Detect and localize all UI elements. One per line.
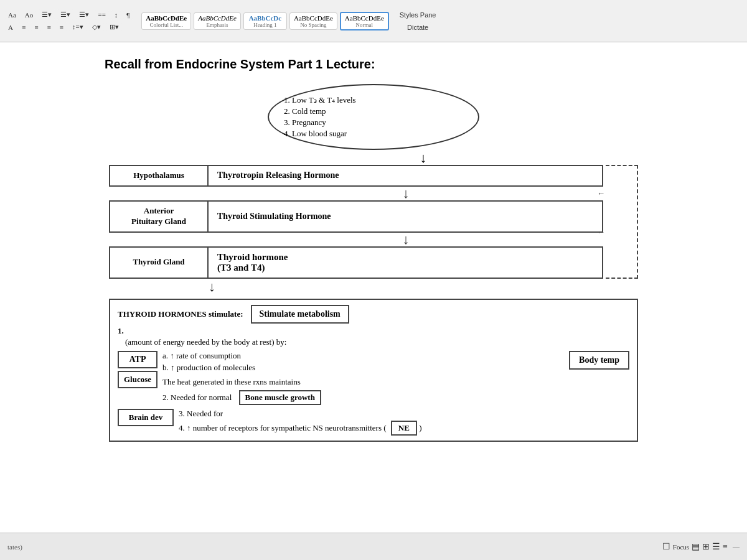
arrow-down-4: ↓: [209, 280, 215, 294]
point1: 1.: [118, 326, 629, 336]
atp-inner: ATP Glucose a. ↑ rate of consumption b. …: [118, 351, 558, 405]
stimulate-box: Stimulate metabolism: [251, 305, 349, 324]
style-label-2: AaBbCcDdEe: [198, 14, 237, 22]
style-sublabel-1: Colorful List...: [146, 22, 187, 28]
thyroid-label: Thyroid Gland: [109, 246, 209, 279]
arrow-4-wrapper: ↓: [209, 280, 638, 294]
lower-top-row: THYROID HORMONES stimulate: Stimulate me…: [118, 305, 629, 324]
atp-row: ATP Glucose a. ↑ rate of consumption b. …: [118, 351, 629, 405]
sort-icon[interactable]: ↕: [111, 10, 121, 20]
doc-area: Recall from Endocrine System Part 1 Lect…: [0, 42, 747, 533]
taskbar-icon-1: ▤: [692, 541, 700, 552]
style-label-1: AaBbCcDdEe: [146, 14, 187, 22]
arrow-2-wrapper: ↓: [209, 187, 603, 200]
focus-checkbox-icon[interactable]: ☐: [662, 541, 670, 552]
toolbar-row-2: A ≡ ≡ ≡ ≡ ↕≡▾ ◇▾ ⊞▾: [5, 22, 133, 32]
atp-lines-col: a. ↑ rate of consumption b. ↑ production…: [162, 351, 558, 405]
bodytemp-col: Body temp: [569, 351, 629, 370]
row-thyroid: Thyroid Gland Thyroid hormone (T3 and T4…: [109, 246, 603, 279]
brain-row: Brain dev 3. Needed for 4. ↑ number of r…: [118, 409, 629, 436]
amount-text: (amount of energy needed by the body at …: [125, 337, 629, 347]
toolbar-left: Aa Ao ☰▾ ☰▾ ☰▾ ≡≡ ↕ ¶ A ≡ ≡ ≡ ≡ ↕≡▾ ◇▾ ⊞…: [5, 9, 133, 32]
styles-section: AaBbCcDdEe Colorful List... AaBbCcDdEe E…: [141, 10, 439, 32]
styles-pane-button[interactable]: Styles Pane: [397, 10, 439, 20]
font-ap[interactable]: Ao: [22, 10, 36, 20]
needed-4: 4. ↑ number of receptors for sympathetic…: [179, 421, 629, 436]
taskbar-icon-2: ⊞: [702, 541, 710, 552]
list-icon[interactable]: ☰▾: [76, 9, 92, 20]
row-hypothalamus: Hypothalamus Thyrotropin Releasing Hormo…: [109, 165, 603, 187]
arrow-1-wrapper: ↓: [209, 151, 638, 165]
align-left-icon[interactable]: ≡: [19, 22, 29, 32]
body-temp-box: Body temp: [569, 351, 629, 370]
taskbar-tates: tates): [7, 543, 22, 551]
diagram: 1. Low T₃ & T₄ levels 2. Cold temp 3. Pr…: [109, 84, 638, 442]
font-aa[interactable]: Aa: [5, 10, 19, 20]
style-label-4: AaBbCcDdEe: [294, 14, 333, 22]
rows-feedback-wrapper: Hypothalamus Thyrotropin Releasing Hormo…: [109, 165, 638, 279]
focus-label: Focus: [673, 543, 689, 551]
dictate-button[interactable]: Dictate: [404, 22, 431, 32]
style-no-spacing[interactable]: AaBbCcDdEe No Spacing: [289, 12, 337, 30]
feedback-bracket: ← ←: [603, 165, 638, 279]
feedback-border: ← ←: [606, 165, 638, 279]
oval-item-1: 1. Low T₃ & T₄ levels: [284, 95, 466, 105]
style-sublabel-3: Heading 1: [248, 22, 283, 28]
ne-box: NE: [391, 421, 417, 436]
row-pituitary: Anterior Pituitary Gland Thyroid Stimula…: [109, 200, 603, 233]
line-spacing-icon[interactable]: ↕≡▾: [69, 22, 87, 32]
borders-icon[interactable]: ⊞▾: [106, 22, 122, 32]
hypothalamus-content: Thyrotropin Releasing Hormone: [209, 165, 603, 187]
oval-wrapper: 1. Low T₃ & T₄ levels 2. Cold temp 3. Pr…: [109, 84, 638, 150]
lower-box: THYROID HORMONES stimulate: Stimulate me…: [109, 299, 638, 442]
rows-main: Hypothalamus Thyrotropin Releasing Hormo…: [109, 165, 603, 279]
style-label-5: AaBbCcDdEe: [345, 14, 384, 22]
atp-line-2: b. ↑ production of molecules: [162, 363, 558, 373]
doc-content: Recall from Endocrine System Part 1 Lect…: [75, 42, 672, 457]
taskbar-dash: —: [733, 543, 740, 551]
taskbar-focus-area: ☐ Focus ▤ ⊞ ☰ ≡ —: [662, 541, 740, 552]
needed-3: 3. Needed for: [179, 409, 629, 419]
styles-pane-area: Styles Pane Dictate: [397, 10, 439, 32]
style-label-3: AaBbCcDc: [248, 14, 283, 22]
style-emphasis[interactable]: AaBbCcDdEe Emphasis: [194, 12, 241, 30]
taskbar-icon-3: ☰: [712, 541, 720, 552]
pituitary-label: Anterior Pituitary Gland: [109, 200, 209, 233]
atp-box: ATP: [118, 351, 157, 368]
needed-2: 2. Needed for normal Bone muscle growth: [162, 390, 558, 405]
shading-icon[interactable]: ◇▾: [89, 22, 104, 32]
toolbar-row-1: Aa Ao ☰▾ ☰▾ ☰▾ ≡≡ ↕ ¶: [5, 9, 133, 20]
oval-item-4: 4. Low blood sugar: [284, 129, 466, 139]
feedback-arrow-top: ←: [597, 189, 605, 198]
align-right-icon[interactable]: ≡: [44, 22, 54, 32]
style-colorful-list[interactable]: AaBbCcDdEe Colorful List...: [141, 12, 191, 30]
left-label-col: ATP Glucose: [118, 351, 157, 388]
taskbar: tates) ☐ Focus ▤ ⊞ ☰ ≡ —: [0, 533, 747, 560]
align-center-icon[interactable]: ≡: [31, 22, 41, 32]
arrow-3-wrapper: ↓: [209, 233, 603, 246]
thyroid-content: Thyroid hormone (T3 and T4): [209, 246, 603, 279]
brain-dev-box: Brain dev: [118, 409, 174, 426]
style-normal[interactable]: AaBbCcDdEe Normal: [340, 12, 389, 30]
align-icon[interactable]: ≡≡: [95, 10, 108, 20]
atp-line-1: a. ↑ rate of consumption: [162, 351, 558, 361]
toolbar: Aa Ao ☰▾ ☰▾ ☰▾ ≡≡ ↕ ¶ A ≡ ≡ ≡ ≡ ↕≡▾ ◇▾ ⊞…: [0, 0, 747, 42]
lower-title-prefix: THYROID HORMONES stimulate:: [118, 309, 243, 319]
style-heading1[interactable]: AaBbCcDc Heading 1: [243, 12, 287, 30]
feedback-arrow-mid: ←: [597, 227, 605, 237]
pituitary-content: Thyroid Stimulating Hormone: [209, 200, 603, 233]
arrow-down-1: ↓: [420, 151, 427, 165]
indent-icon[interactable]: ☰▾: [39, 9, 55, 20]
hypothalamus-label: Hypothalamus: [109, 165, 209, 187]
pilcrow-icon[interactable]: ¶: [123, 10, 133, 20]
glucose-box: Glucose: [118, 371, 157, 388]
oval-list: 1. Low T₃ & T₄ levels 2. Cold temp 3. Pr…: [281, 95, 466, 139]
oval-item-2: 2. Cold temp: [284, 106, 466, 116]
indent2-icon[interactable]: ☰▾: [57, 9, 73, 20]
underline-icon[interactable]: A: [5, 22, 16, 32]
brain-lines: 3. Needed for 4. ↑ number of receptors f…: [179, 409, 629, 436]
style-sublabel-2: Emphasis: [198, 22, 237, 28]
bone-box: Bone muscle growth: [239, 390, 321, 405]
heat-text: The heat generated in these rxns maintai…: [162, 377, 558, 387]
justify-icon[interactable]: ≡: [57, 22, 67, 32]
